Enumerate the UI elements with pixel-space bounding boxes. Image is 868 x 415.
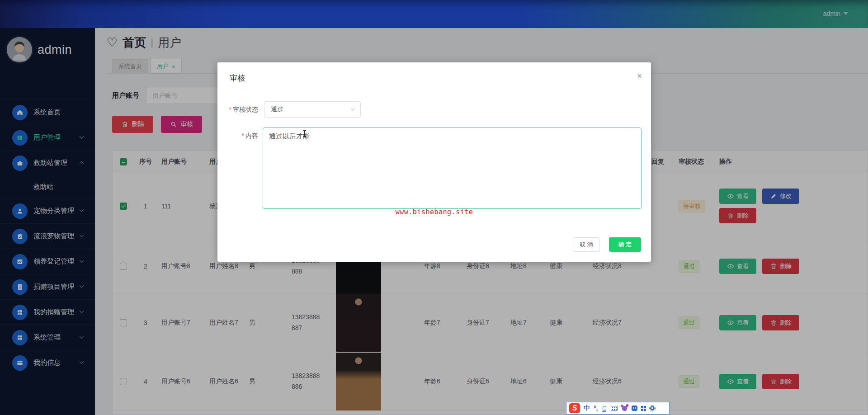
audit-modal: 审核 × *审核状态 通过 *内容 通过以后才能 www.bishebang.s… <box>217 62 651 262</box>
sogou-logo-icon[interactable]: S <box>569 403 580 413</box>
modal-title: 审核 <box>230 73 245 83</box>
audit-status-label: *审核状态 <box>217 106 258 114</box>
chinese-mode-icon[interactable]: 中 <box>584 404 590 412</box>
mouse-text-cursor <box>304 130 305 137</box>
punctuation-icon[interactable]: °, <box>594 405 598 412</box>
close-icon[interactable]: × <box>637 71 642 80</box>
ime-settings-icon[interactable] <box>650 406 655 411</box>
voice-assistant-icon[interactable] <box>632 406 637 411</box>
soft-keyboard-icon[interactable] <box>611 406 618 411</box>
required-mark: * <box>242 132 244 139</box>
audit-status-value: 通过 <box>271 105 283 113</box>
apps-grid-icon[interactable] <box>641 406 646 411</box>
chevron-down-icon <box>351 106 355 110</box>
content-textarea[interactable]: 通过以后才能 <box>263 127 642 209</box>
emoji-picker-icon[interactable] <box>622 406 627 411</box>
required-mark: * <box>229 106 231 113</box>
watermark-text: www.bishebang.site <box>217 208 651 216</box>
content-label: *内容 <box>217 132 258 140</box>
audit-status-select[interactable]: 通过 <box>264 101 361 118</box>
sogou-ime-toolbar[interactable]: S 中 °, <box>566 402 670 415</box>
microphone-icon[interactable] <box>603 406 606 411</box>
confirm-button[interactable]: 确 定 <box>609 237 641 252</box>
cancel-button[interactable]: 取 消 <box>573 237 600 252</box>
